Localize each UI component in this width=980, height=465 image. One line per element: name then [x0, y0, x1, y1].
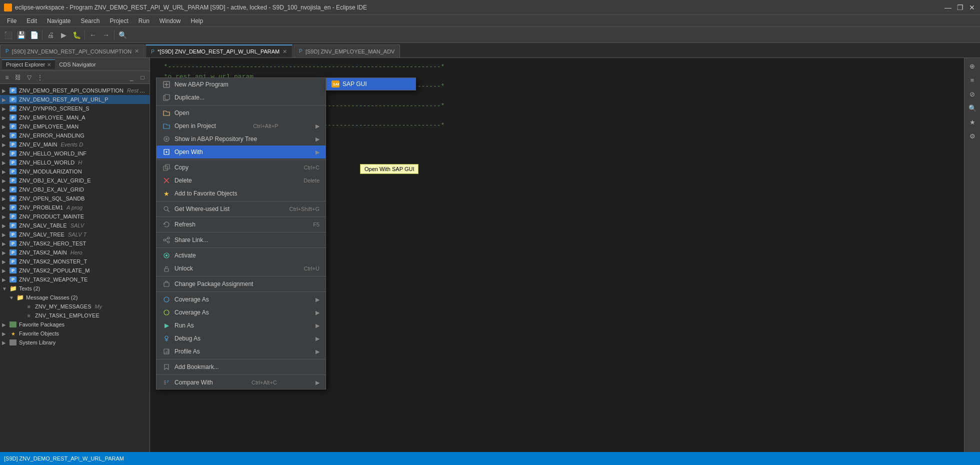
tree-item-znv-task1-employee[interactable]: ▶ ≡ ZNV_TASK1_EMPLOYEE	[0, 311, 150, 320]
menu-open[interactable]: Open	[156, 106, 326, 120]
toolbar-debug[interactable]: 🐛	[70, 29, 82, 41]
tree-item-znv-problem1[interactable]: ▶ P ZNV_PROBLEM1 A prog	[0, 203, 150, 212]
menu-profile-as[interactable]: Profile As ▶	[156, 345, 326, 358]
right-sidebar-btn-6[interactable]: ⚙	[966, 130, 978, 142]
menu-add-bookmark[interactable]: Add Bookmark...	[156, 360, 326, 374]
maximize-button[interactable]: ❐	[956, 4, 964, 12]
menu-compare-with[interactable]: Compare With Ctrl+Alt+C ▶	[156, 376, 326, 389]
toolbar-forward[interactable]: →	[100, 29, 112, 41]
menu-open-in-project[interactable]: Open in Project Ctrl+Alt+P ▶	[156, 120, 326, 132]
menu-share-link[interactable]: Share Link...	[156, 234, 326, 246]
tree-item-znv-obj-ex-alv-grid-e[interactable]: ▶ P ZNV_OBJ_EX_ALV_GRID_E	[0, 176, 150, 185]
sidebar-maximize[interactable]: □	[138, 72, 148, 82]
minimize-button[interactable]: —	[944, 4, 952, 12]
tree-item-znv-salv-tree[interactable]: ▶ P ZNV_SALV_TREE SALV T	[0, 230, 150, 239]
panel-tab-project-explorer[interactable]: Project Explorer ✕	[2, 60, 55, 69]
tree-icon-p-17: P	[9, 231, 17, 238]
svg-point-27	[165, 336, 168, 339]
tree-arrow-texts: ▼	[2, 286, 9, 292]
right-sidebar-btn-5[interactable]: ★	[966, 116, 978, 128]
menu-copy[interactable]: Copy Ctrl+C	[156, 161, 326, 174]
tree-icon-p-21: P	[9, 267, 17, 274]
tree-item-texts-folder[interactable]: ▼ 📁 Texts (2)	[0, 284, 150, 293]
tree-item-znv-obj-ex-alv-grid[interactable]: ▶ P ZNV_OBJ_EX_ALV_GRID	[0, 185, 150, 194]
tab-employee-man[interactable]: P [S9D] ZNV_EMPLOYEE_MAN_ADV	[294, 44, 400, 58]
close-button[interactable]: ✕	[968, 4, 976, 12]
menu-activate[interactable]: Activate	[156, 249, 326, 262]
tree-item-znv-my-messages[interactable]: ▶ ≡ ZNV_MY_MESSAGES My	[0, 302, 150, 311]
sidebar-menu[interactable]: ⋮	[35, 72, 45, 82]
tree-item-znv-product-mainte[interactable]: ▶ P ZNV_PRODUCT_MAINTE	[0, 212, 150, 221]
menu-search[interactable]: Search	[76, 16, 104, 26]
toolbar-new[interactable]: ⬛	[2, 29, 14, 41]
tree-item-znv-task2-hero-test[interactable]: ▶ P ZNV_TASK2_HERO_TEST	[0, 239, 150, 248]
submenu-sap-gui[interactable]: SAP SAP GUI	[326, 78, 416, 90]
right-sidebar-btn-3[interactable]: ⊘	[966, 88, 978, 100]
toolbar-print[interactable]: 🖨	[44, 29, 56, 41]
tree-arrow-8: ▶	[2, 151, 9, 156]
tree-item-znv-demo-rest-api-w-url[interactable]: ▶ P ZNV_DEMO_REST_API_W_URL_P	[0, 95, 150, 104]
menu-get-where-used[interactable]: Get Where-used List Ctrl+Shift+G	[156, 202, 326, 216]
menu-navigate[interactable]: Navigate	[42, 16, 76, 26]
tree-item-znv-task2-monster[interactable]: ▶ P ZNV_TASK2_MONSTER_T	[0, 257, 150, 266]
tree-item-system-library[interactable]: ▶ System Library	[0, 338, 150, 347]
tree-item-znv-demo-rest-api-consumption[interactable]: ▶ P ZNV_DEMO_REST_API_CONSUMPTION Rest A…	[0, 86, 150, 95]
tree-item-znv-dynpro[interactable]: ▶ P ZNV_DYNPRO_SCREEN_S	[0, 104, 150, 113]
sidebar-filter[interactable]: ▽	[24, 72, 34, 82]
menu-project[interactable]: Project	[104, 16, 133, 26]
sidebar-minimize[interactable]: _	[126, 72, 136, 82]
tree-item-message-classes[interactable]: ▼ 📁 Message Classes (2)	[0, 293, 150, 302]
toolbar-search[interactable]: 🔍	[116, 29, 128, 41]
tab-close-1[interactable]: ✕	[134, 48, 139, 54]
tree-item-znv-task2-populate[interactable]: ▶ P ZNV_TASK2_POPULATE_M	[0, 266, 150, 275]
menu-debug-as[interactable]: Debug As ▶	[156, 332, 326, 345]
toolbar-back[interactable]: ←	[87, 29, 99, 41]
tree-item-znv-task2-weapon[interactable]: ▶ P ZNV_TASK2_WEAPON_TE	[0, 275, 150, 284]
menu-help[interactable]: Help	[186, 16, 208, 26]
menu-run-as[interactable]: ▶ Run As ▶	[156, 319, 326, 332]
toolbar-run[interactable]: ▶	[58, 29, 70, 41]
menu-duplicate[interactable]: Duplicate...	[156, 91, 326, 104]
right-sidebar-btn-1[interactable]: ⊕	[966, 60, 978, 72]
tree-item-znv-modularization[interactable]: ▶ P ZNV_MODULARIZATION	[0, 167, 150, 176]
tree-item-znv-employee-man[interactable]: ▶ P ZNV_EMPLOYEE_MAN	[0, 122, 150, 131]
menu-window[interactable]: Window	[154, 16, 186, 26]
menu-new-abap-program[interactable]: New ABAP Program	[156, 78, 326, 91]
tree-label-22: ZNV_TASK2_WEAPON_TE	[19, 276, 148, 282]
tree-item-znv-salv-table[interactable]: ▶ P ZNV_SALV_TABLE SALV	[0, 221, 150, 230]
toolbar-save[interactable]: 💾	[15, 29, 27, 41]
menu-coverage-as-2[interactable]: Coverage As ▶	[156, 306, 326, 319]
tree-item-znv-task2-main[interactable]: ▶ P ZNV_TASK2_MAIN Hero	[0, 248, 150, 257]
tree-item-znv-employee-man-a[interactable]: ▶ P ZNV_EMPLOYEE_MAN_A	[0, 113, 150, 122]
toolbar-save-all[interactable]: 📄	[28, 29, 40, 41]
menu-run[interactable]: Run	[134, 16, 154, 26]
menu-coverage-as-1[interactable]: Coverage As ▶	[156, 293, 326, 306]
sidebar-collapse-all[interactable]: ≡	[2, 72, 12, 82]
right-sidebar-btn-2[interactable]: ≡	[966, 74, 978, 86]
menu-refresh[interactable]: Refresh F5	[156, 218, 326, 231]
project-tree: ▶ P ZNV_DEMO_REST_API_CONSUMPTION Rest A…	[0, 84, 150, 452]
panel-tab-project-explorer-close[interactable]: ✕	[47, 62, 51, 68]
tree-item-znv-error-handling[interactable]: ▶ P ZNV_ERROR_HANDLING	[0, 131, 150, 140]
tab-rest-api-consumption[interactable]: P [S9D] ZNV_DEMO_REST_API_CONSUMPTION ✕	[0, 44, 144, 58]
tree-item-favorite-packages[interactable]: ▶ Favorite Packages	[0, 320, 150, 329]
tree-item-znv-ev-main[interactable]: ▶ P ZNV_EV_MAIN Events D	[0, 140, 150, 149]
sidebar-link[interactable]: ⛓	[13, 72, 23, 82]
menu-file[interactable]: File	[2, 16, 22, 26]
tree-label-5: ZNV_EMPLOYEE_MAN	[19, 124, 148, 130]
menu-change-package[interactable]: Change Package Assignment	[156, 278, 326, 290]
tab-close-2[interactable]: ✕	[282, 48, 287, 55]
menu-edit[interactable]: Edit	[22, 16, 42, 26]
menu-open-with[interactable]: Open With ▶	[156, 146, 326, 158]
tree-item-znv-hello-world-inf[interactable]: ▶ P ZNV_HELLO_WORLD_INF	[0, 149, 150, 158]
menu-show-in-abap[interactable]: Show in ABAP Repository Tree ▶	[156, 132, 326, 146]
right-sidebar-btn-4[interactable]: 🔍	[966, 102, 978, 114]
panel-tab-cds-navigator[interactable]: CDS Navigator	[55, 60, 100, 69]
menu-add-favorite[interactable]: ★ Add to Favorite Objects	[156, 187, 326, 200]
tree-item-znv-hello-world[interactable]: ▶ P ZNV_HELLO_WORLD H	[0, 158, 150, 167]
tree-item-favorite-objects[interactable]: ▶ ★ Favorite Objects	[0, 329, 150, 338]
menu-unlock[interactable]: Unlock Ctrl+U	[156, 262, 326, 275]
menu-delete[interactable]: Delete Delete	[156, 174, 326, 187]
tab-url-param[interactable]: P *[S9D] ZNV_DEMO_REST_API_W_URL_PARAM ✕	[146, 44, 292, 58]
tree-item-znv-open-sql[interactable]: ▶ P ZNV_OPEN_SQL_SANDB	[0, 194, 150, 203]
